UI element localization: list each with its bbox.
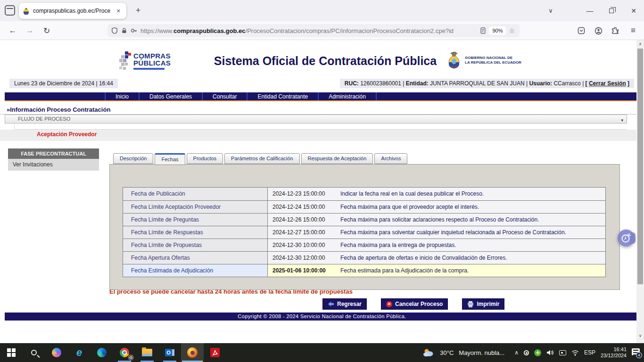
outlook-icon: O bbox=[165, 348, 174, 357]
taskbar-chrome-button[interactable]: G bbox=[113, 343, 136, 362]
tab-close-icon[interactable]: ✕ bbox=[115, 7, 123, 15]
process-tab[interactable]: Fechas bbox=[155, 153, 185, 165]
taskbar: e G O 30°C Mayorm. nubla... ∧ ✚ bbox=[0, 343, 644, 362]
url-text[interactable]: https://www.compraspublicas.gob.ec/Proce… bbox=[140, 27, 480, 34]
imprimir-button[interactable]: Imprimir bbox=[462, 298, 504, 310]
screen: compraspublicas.gob.ec/Proce ✕ + ∨ — ✕ ←… bbox=[0, 0, 644, 362]
page-scrollbar[interactable]: ∧ ∨ bbox=[636, 40, 644, 343]
process-tabs: DescripciónFechasProductosParámetros de … bbox=[113, 153, 407, 165]
taskbar-search-button[interactable] bbox=[23, 343, 45, 362]
taskbar-file-explorer-button[interactable] bbox=[136, 343, 158, 362]
cancelar-proceso-button[interactable]: ✕ Cancelar Proceso bbox=[381, 298, 448, 310]
account-icon[interactable] bbox=[590, 21, 606, 40]
zoom-level-badge[interactable]: 90% bbox=[489, 26, 506, 35]
entidad-value: JUNTA PARROQUIAL DE SAN JUAN bbox=[430, 80, 524, 87]
browser-tab[interactable]: compraspublicas.gob.ec/Proce ✕ bbox=[19, 3, 126, 19]
taskbar-clock[interactable]: 16:41 23/12/2024 bbox=[601, 346, 627, 359]
flujo-empty-strip bbox=[14, 123, 627, 130]
menu-icon[interactable]: ≡ bbox=[625, 21, 641, 40]
browser-titlebar: compraspublicas.gob.ec/Proce ✕ + ∨ — ✕ bbox=[0, 0, 644, 21]
wifi-icon[interactable] bbox=[571, 350, 579, 356]
tracking-shield-icon[interactable] bbox=[111, 27, 118, 34]
reader-mode-icon[interactable] bbox=[480, 27, 486, 34]
taskbar-internet-explorer-button[interactable]: e bbox=[68, 343, 91, 362]
row-label: Fecha Estimada de Adjudicación bbox=[123, 264, 268, 277]
edge-icon bbox=[97, 348, 107, 357]
gov-text-line1: GOBIERNO NACIONAL DE bbox=[465, 56, 521, 60]
scrollbar-thumb[interactable] bbox=[637, 49, 643, 284]
close-window-button[interactable]: ✕ bbox=[624, 0, 643, 21]
process-tab[interactable]: Descripción bbox=[113, 153, 153, 164]
notification-center-button[interactable]: 4 bbox=[632, 348, 641, 357]
record-tray-icon[interactable] bbox=[524, 350, 529, 355]
firefox-icon bbox=[187, 347, 198, 358]
process-tab[interactable]: Parámetros de Calificación bbox=[224, 153, 299, 164]
forward-button[interactable]: → bbox=[22, 21, 38, 40]
saved-password-key-icon[interactable] bbox=[130, 27, 138, 34]
scroll-down-icon[interactable]: ∨ bbox=[636, 333, 644, 338]
logout-link[interactable]: [ Cerrar Sesión ] bbox=[586, 80, 629, 87]
notification-badge: 4 bbox=[636, 352, 642, 358]
firefox-view-icon[interactable] bbox=[5, 5, 15, 16]
taskbar-firefox-button[interactable] bbox=[181, 343, 204, 362]
action-buttons: Regresar ✕ Cancelar Proceso Imprimir bbox=[322, 298, 504, 310]
taskbar-acrobat-button[interactable] bbox=[204, 343, 226, 362]
flujo-de-proceso-dropdown[interactable]: FLUJO DE PROCESO ▾ bbox=[5, 115, 627, 123]
scroll-up-icon[interactable]: ∧ bbox=[636, 41, 644, 46]
usuario-value: CCarrasco bbox=[553, 80, 580, 87]
language-indicator[interactable]: ESP bbox=[584, 349, 595, 356]
nav-menu-item[interactable]: Datos Generales bbox=[139, 92, 202, 100]
process-tab[interactable]: Archivos bbox=[374, 153, 407, 164]
pocket-icon[interactable] bbox=[573, 21, 589, 40]
display-tray-icon[interactable] bbox=[559, 350, 566, 355]
volume-icon[interactable] bbox=[546, 349, 554, 356]
reload-button[interactable]: ↻ bbox=[39, 21, 55, 40]
taskbar-time: 16:41 bbox=[601, 346, 627, 353]
bookmark-star-icon[interactable]: ☆ bbox=[509, 27, 515, 34]
process-tab[interactable]: Productos bbox=[187, 153, 223, 164]
usuario-label: Usuario: bbox=[529, 80, 552, 87]
system-tray: 30°C Mayorm. nubla... ∧ ✚ ESP 16:41 23/1… bbox=[423, 346, 644, 359]
government-logo: GOBIERNO NACIONAL DE LA REPÚBLICA DEL EC… bbox=[446, 51, 521, 70]
new-tab-button[interactable]: + bbox=[132, 5, 144, 17]
url-bar[interactable]: https://www.compraspublicas.gob.ec/Proce… bbox=[107, 24, 520, 37]
row-date: 2025-01-06 10:00:00 bbox=[268, 264, 338, 277]
nav-menu-item[interactable]: Entidad Contratante bbox=[247, 92, 318, 100]
row-label: Fecha Límite de Propuestas bbox=[123, 239, 268, 251]
sidebar-item-ver-invitaciones[interactable]: Ver Invitaciones bbox=[8, 159, 99, 171]
tray-chevron-up-icon[interactable]: ∧ bbox=[514, 349, 519, 356]
row-date: 2024-12-30 12:00:00 bbox=[268, 252, 338, 264]
weather-desc[interactable]: Mayorm. nubla... bbox=[459, 349, 504, 356]
table-row: Fecha Estimada de Adjudicación 2025-01-0… bbox=[123, 264, 605, 277]
estado-proceso-label: Aceptación Proveedor bbox=[37, 131, 97, 138]
minimize-button[interactable]: — bbox=[581, 0, 599, 21]
row-description: Fecha máxima para solventar cualquier in… bbox=[338, 226, 605, 239]
taskbar-copilot-button[interactable] bbox=[45, 343, 68, 362]
nav-menu-item[interactable]: Consultar bbox=[202, 92, 247, 100]
regresar-button[interactable]: Regresar bbox=[322, 298, 367, 310]
taskbar-outlook-button[interactable]: O bbox=[158, 343, 181, 362]
floating-timer-widget[interactable] bbox=[618, 230, 635, 247]
row-description: Fecha de apertura de ofertas e inicio de… bbox=[338, 252, 605, 264]
back-button[interactable]: ← bbox=[5, 21, 21, 40]
list-all-tabs-icon[interactable]: ∨ bbox=[542, 0, 559, 21]
antivirus-tray-icon[interactable]: ✚ bbox=[534, 349, 541, 356]
extensions-icon[interactable] bbox=[607, 21, 623, 40]
process-tab[interactable]: Respuesta de Aceptación bbox=[301, 153, 373, 164]
nav-menu-item[interactable]: Administración bbox=[318, 92, 377, 100]
taskbar-edge-button[interactable] bbox=[91, 343, 113, 362]
datetime-chip: Lunes 23 de Diciembre de 2024 | 16:44 bbox=[9, 79, 118, 88]
flujo-label: FLUJO DE PROCESO bbox=[18, 116, 70, 122]
separator: | bbox=[582, 80, 584, 87]
tab-favicon-ecuador-icon bbox=[23, 8, 30, 15]
weather-temp[interactable]: 30°C bbox=[440, 349, 454, 356]
ruc-label: RUC: bbox=[345, 80, 359, 87]
nav-menu-item[interactable]: Inicio bbox=[105, 92, 139, 100]
lock-icon[interactable] bbox=[121, 27, 127, 34]
weather-icon[interactable] bbox=[423, 348, 435, 357]
acrobat-icon bbox=[210, 348, 220, 357]
fechas-table: Fecha de Publicación 2024-12-23 15:00:00… bbox=[123, 187, 606, 277]
restore-window-button[interactable] bbox=[603, 0, 620, 21]
start-button[interactable] bbox=[0, 343, 23, 362]
ecuador-coat-of-arms-icon bbox=[446, 51, 462, 70]
